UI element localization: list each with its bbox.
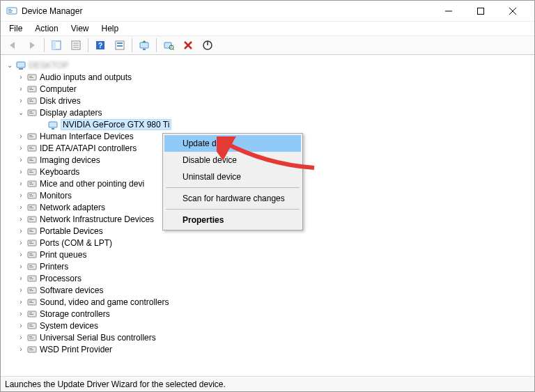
tree-item-label: Ports (COM & LPT) — [40, 238, 112, 248]
collapse-icon[interactable]: ⌄ — [5, 61, 15, 69]
tree-item-label: Audio inputs and outputs — [40, 72, 132, 82]
svg-rect-87 — [29, 302, 33, 303]
expand-icon[interactable]: › — [16, 262, 26, 270]
disable-device-button[interactable] — [199, 38, 217, 53]
tree-item-child[interactable]: NVIDIA GeForce GTX 980 Ti — [3, 118, 532, 130]
close-button[interactable] — [497, 1, 529, 22]
svg-rect-77 — [29, 265, 32, 266]
svg-rect-5 — [478, 8, 484, 14]
scan-hardware-button[interactable] — [160, 38, 178, 53]
menu-separator — [166, 209, 300, 210]
svg-rect-60 — [29, 196, 33, 196]
svg-rect-66 — [29, 219, 33, 220]
expand-icon[interactable]: › — [16, 144, 26, 152]
expand-icon[interactable]: › — [16, 215, 26, 223]
device-category-icon — [26, 190, 38, 201]
menu-action[interactable]: Action — [29, 22, 63, 35]
help-button[interactable]: ? — [91, 38, 109, 53]
menu-properties[interactable]: Properties — [164, 212, 301, 228]
svg-rect-18 — [117, 45, 123, 47]
display-adapter-icon — [47, 119, 59, 130]
tree-item[interactable]: ›System devices — [3, 320, 532, 331]
device-category-icon — [26, 72, 38, 83]
expand-icon[interactable]: › — [16, 191, 26, 199]
svg-rect-57 — [29, 184, 33, 185]
expand-icon[interactable]: › — [16, 85, 26, 93]
svg-rect-42 — [52, 128, 54, 130]
tree-item[interactable]: ›Universal Serial Bus controllers — [3, 331, 532, 343]
show-hide-console-tree-button[interactable] — [47, 38, 65, 53]
tree-item-label: Display adapters — [40, 108, 102, 118]
expand-icon[interactable]: › — [16, 156, 26, 164]
svg-rect-90 — [29, 314, 33, 315]
expand-icon[interactable]: › — [16, 227, 26, 235]
tree-item-label: Network adapters — [40, 203, 105, 212]
menu-scan-hardware[interactable]: Scan for hardware changes — [164, 190, 301, 207]
menu-label: Properties — [183, 215, 224, 225]
svg-rect-50 — [29, 159, 32, 159]
tree-item-label: Printers — [40, 262, 68, 272]
device-category-icon — [26, 107, 38, 118]
tree-item[interactable]: ›Audio inputs and outputs — [3, 71, 532, 83]
expand-icon[interactable]: › — [16, 73, 26, 81]
tree-item-label: Monitors — [40, 191, 72, 201]
tree-item[interactable]: ›Sound, video and game controllers — [3, 296, 532, 308]
expand-icon[interactable]: › — [16, 97, 26, 104]
tree-item[interactable]: ›Printers — [3, 260, 532, 272]
export-list-button[interactable] — [111, 38, 129, 53]
expand-icon[interactable]: › — [16, 345, 26, 353]
tree-item[interactable]: ›Disk drives — [3, 95, 532, 107]
tree-item[interactable]: ›Computer — [3, 83, 532, 95]
tree-item-label: System devices — [40, 321, 98, 331]
tree-item[interactable]: ›Ports (COM & LPT) — [3, 237, 532, 249]
menu-disable-device[interactable]: Disable device — [164, 152, 301, 168]
tree-item[interactable]: ›WSD Print Provider — [3, 343, 532, 355]
device-category-icon — [26, 308, 38, 320]
svg-rect-92 — [29, 324, 32, 325]
forward-button[interactable] — [23, 38, 41, 53]
expand-icon[interactable]: › — [16, 298, 26, 306]
menu-uninstall-device[interactable]: Uninstall device — [164, 168, 301, 185]
maximize-button[interactable] — [465, 1, 497, 22]
svg-rect-99 — [29, 350, 33, 350]
properties-button[interactable] — [67, 38, 85, 53]
tree-item[interactable]: ⌄Display adapters — [3, 107, 532, 118]
expand-icon[interactable]: › — [16, 168, 26, 175]
svg-rect-83 — [29, 289, 32, 290]
menu-help[interactable]: Help — [96, 22, 125, 35]
tree-root[interactable]: ⌄ DESKTOP — [3, 59, 532, 71]
expand-icon[interactable]: › — [16, 239, 26, 246]
menu-file[interactable]: File — [3, 22, 28, 35]
svg-rect-9 — [52, 41, 56, 49]
expand-icon[interactable]: › — [16, 251, 26, 258]
device-category-icon — [26, 320, 38, 331]
menu-update-driver[interactable]: Update driver — [164, 135, 301, 152]
device-category-icon — [26, 214, 38, 225]
svg-rect-93 — [29, 326, 33, 327]
expand-icon[interactable]: › — [16, 274, 26, 282]
back-button[interactable] — [3, 38, 22, 53]
svg-rect-96 — [29, 338, 33, 338]
menu-view[interactable]: View — [65, 22, 95, 35]
device-category-icon — [26, 84, 38, 95]
window-title: Device Manager — [22, 6, 433, 16]
expand-icon[interactable]: ⌄ — [16, 109, 26, 116]
expand-icon[interactable]: › — [16, 310, 26, 317]
svg-rect-98 — [29, 348, 32, 349]
expand-icon[interactable]: › — [16, 334, 26, 341]
expand-icon[interactable]: › — [16, 322, 26, 329]
tree-item[interactable]: ›Print queues — [3, 249, 532, 260]
tree-item-label: Processors — [40, 274, 82, 283]
tree-item[interactable]: ›Storage controllers — [3, 308, 532, 320]
tree-item-label: Universal Serial Bus controllers — [40, 333, 156, 343]
minimize-button[interactable] — [433, 1, 465, 22]
expand-icon[interactable]: › — [16, 180, 26, 187]
tree-item[interactable]: ›Processors — [3, 272, 532, 284]
menu-label: Disable device — [183, 155, 237, 165]
tree-item[interactable]: ›Software devices — [3, 284, 532, 296]
expand-icon[interactable]: › — [16, 132, 26, 140]
update-driver-button[interactable] — [135, 38, 153, 53]
uninstall-device-button[interactable] — [179, 38, 197, 53]
expand-icon[interactable]: › — [16, 203, 26, 211]
expand-icon[interactable]: › — [16, 286, 26, 294]
